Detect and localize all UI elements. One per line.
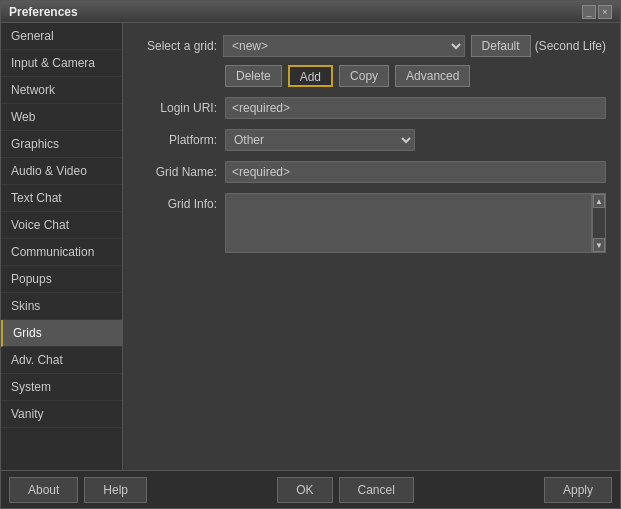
main-area: General Input & Camera Network Web Graph… [1, 23, 620, 470]
default-button[interactable]: Default [471, 35, 531, 57]
select-grid-label: Select a grid: [137, 39, 217, 53]
add-button[interactable]: Add [288, 65, 333, 87]
scrollbar-down-arrow[interactable]: ▼ [593, 238, 605, 252]
platform-label: Platform: [137, 133, 217, 147]
sidebar-item-adv-chat[interactable]: Adv. Chat [1, 347, 122, 374]
sidebar-item-skins[interactable]: Skins [1, 293, 122, 320]
login-uri-input[interactable] [225, 97, 606, 119]
delete-button[interactable]: Delete [225, 65, 282, 87]
about-button[interactable]: About [9, 477, 78, 503]
ok-button[interactable]: OK [277, 477, 332, 503]
login-uri-label: Login URI: [137, 101, 217, 115]
sidebar-item-network[interactable]: Network [1, 77, 122, 104]
platform-row: Platform: Other [137, 129, 606, 151]
footer-left: About Help [9, 477, 147, 503]
apply-button[interactable]: Apply [544, 477, 612, 503]
footer-center: OK Cancel [277, 477, 414, 503]
select-grid-row: Select a grid: <new> Default (Second Lif… [137, 35, 606, 57]
sidebar-item-grids[interactable]: Grids [1, 320, 122, 347]
select-grid-dropdown[interactable]: <new> [223, 35, 465, 57]
grid-name-label: Grid Name: [137, 165, 217, 179]
sidebar-item-voice-chat[interactable]: Voice Chat [1, 212, 122, 239]
grid-info-label: Grid Info: [137, 193, 217, 211]
window-title: Preferences [9, 5, 78, 19]
copy-button[interactable]: Copy [339, 65, 389, 87]
sidebar-item-vanity[interactable]: Vanity [1, 401, 122, 428]
top-right-buttons: Default (Second Life) [471, 35, 606, 57]
sidebar-item-general[interactable]: General [1, 23, 122, 50]
sidebar-item-graphics[interactable]: Graphics [1, 131, 122, 158]
action-buttons-row: Delete Add Copy Advanced [225, 65, 606, 87]
advanced-button[interactable]: Advanced [395, 65, 470, 87]
second-life-label: (Second Life) [535, 39, 606, 53]
title-bar-buttons: _ × [582, 5, 612, 19]
sidebar-item-communication[interactable]: Communication [1, 239, 122, 266]
content-area: Select a grid: <new> Default (Second Lif… [123, 23, 620, 470]
title-bar: Preferences _ × [1, 1, 620, 23]
help-button[interactable]: Help [84, 477, 147, 503]
grid-info-container: ▲ ▼ [225, 193, 606, 253]
sidebar: General Input & Camera Network Web Graph… [1, 23, 123, 470]
footer-right: Apply [544, 477, 612, 503]
minimize-button[interactable]: _ [582, 5, 596, 19]
platform-select[interactable]: Other [225, 129, 415, 151]
sidebar-item-popups[interactable]: Popups [1, 266, 122, 293]
preferences-window: Preferences _ × General Input & Camera N… [0, 0, 621, 509]
sidebar-item-audio-video[interactable]: Audio & Video [1, 158, 122, 185]
login-uri-row: Login URI: [137, 97, 606, 119]
sidebar-item-system[interactable]: System [1, 374, 122, 401]
footer: About Help OK Cancel Apply [1, 470, 620, 508]
grid-info-textarea[interactable] [225, 193, 592, 253]
scrollbar-up-arrow[interactable]: ▲ [593, 194, 605, 208]
sidebar-item-text-chat[interactable]: Text Chat [1, 185, 122, 212]
sidebar-item-web[interactable]: Web [1, 104, 122, 131]
grid-info-row: Grid Info: ▲ ▼ [137, 193, 606, 253]
close-button[interactable]: × [598, 5, 612, 19]
grid-name-row: Grid Name: [137, 161, 606, 183]
grid-info-scrollbar[interactable]: ▲ ▼ [592, 193, 606, 253]
sidebar-item-input-camera[interactable]: Input & Camera [1, 50, 122, 77]
cancel-button[interactable]: Cancel [339, 477, 414, 503]
grid-name-input[interactable] [225, 161, 606, 183]
